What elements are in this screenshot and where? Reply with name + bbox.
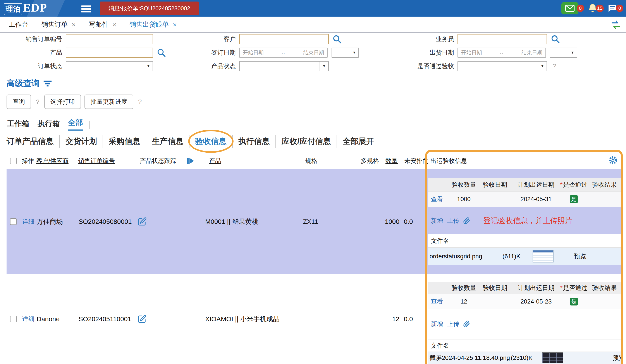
section-tab-expand-all[interactable]: 全部展开	[337, 135, 380, 148]
filter-order-status: 订单状态 ▼	[6, 61, 153, 72]
detail-link[interactable]: 详细	[22, 315, 35, 323]
section-tab-purchase-info[interactable]: 采购信息	[103, 135, 146, 148]
col-customer-supplier[interactable]: 客户/供应商	[36, 157, 69, 165]
sign-date-range[interactable]: 开始日期 .. 结束日期	[239, 48, 328, 58]
file-name-header: 文件名	[428, 234, 621, 248]
help-icon[interactable]: ?	[138, 98, 142, 105]
select-all-checkbox[interactable]	[10, 158, 17, 164]
salesman-input[interactable]	[458, 34, 547, 44]
ship-date-mode-select[interactable]: ▼	[550, 48, 577, 58]
date-end-placeholder: 结束日期	[521, 49, 542, 56]
preview-link[interactable]: 预览	[574, 252, 586, 260]
section-tab-execution-info[interactable]: 执行信息	[233, 135, 276, 148]
bell-badge: 15	[596, 4, 604, 12]
order-no-input[interactable]	[66, 34, 153, 44]
close-icon[interactable]: ×	[113, 21, 117, 28]
menu-icon[interactable]	[81, 4, 91, 14]
chevron-down-icon: ▼	[538, 62, 547, 71]
chevron-down-icon: ▼	[350, 48, 358, 57]
toolbar: 查询 ? 选择打印 批量更新进度 ?	[6, 94, 147, 109]
detail-link[interactable]: 详细	[22, 217, 35, 226]
tab-sales-order[interactable]: 销售订单 ×	[35, 17, 82, 33]
ship-date-range[interactable]: 开始日期 .. 结束日期	[458, 48, 546, 58]
search-icon[interactable]	[333, 35, 341, 43]
upload-link[interactable]: 上传	[447, 320, 459, 328]
edit-icon[interactable]	[138, 315, 147, 324]
sign-date-mode-select[interactable]: ▼	[332, 48, 359, 58]
gear-icon[interactable]	[609, 156, 617, 165]
paperclip-icon[interactable]	[463, 321, 470, 327]
file-row: orderstatusgrid.png (611)K 预览	[428, 248, 621, 265]
section-tab-label: 应收/应付信息	[281, 137, 331, 146]
view-tab-workbox[interactable]: 工作箱	[7, 119, 29, 131]
file-thumbnail[interactable]	[533, 250, 553, 262]
advanced-query-toggle[interactable]: 高级查询	[6, 78, 52, 89]
logo-cn-text: 理泊	[4, 3, 22, 15]
section-tab-label: 生产信息	[152, 137, 183, 146]
upload-link[interactable]: 上传	[447, 217, 459, 225]
paperclip-icon[interactable]	[463, 217, 470, 224]
chat-button[interactable]: 0	[607, 3, 623, 13]
help-icon[interactable]: ?	[553, 62, 556, 70]
file-name: 截屏2024-04-25 11.18.40.png	[430, 354, 510, 362]
col-shipping-acceptance: 出运验收信息	[430, 157, 467, 165]
col-spec: 规格	[305, 157, 317, 165]
file-size: (611)K	[503, 253, 520, 260]
view-link[interactable]: 查看	[428, 297, 443, 306]
add-link[interactable]: 新增	[431, 217, 443, 225]
tab-sales-shipment-tracking[interactable]: 销售出货跟单 ×	[123, 17, 183, 33]
pass-badge: 是	[570, 298, 578, 305]
batch-update-progress-button[interactable]: 批量更新进度	[84, 95, 133, 109]
file-size: (2310)K	[511, 354, 533, 361]
search-icon[interactable]	[157, 48, 166, 57]
table-header: 操作 客户/供应商 销售订单编号 产品状态跟踪 产品 规格 多规格 数量 未安排…	[0, 152, 626, 169]
query-button[interactable]: 查询	[6, 95, 31, 109]
section-tab-acceptance-info[interactable]: 验收信息	[190, 135, 233, 148]
help-icon[interactable]: ?	[36, 98, 39, 105]
tab-write-email[interactable]: 写邮件 ×	[82, 17, 123, 33]
close-icon[interactable]: ×	[72, 21, 76, 28]
row-checkbox[interactable]	[10, 218, 17, 225]
col-qty[interactable]: 数量	[386, 157, 398, 165]
row-checkbox[interactable]	[10, 316, 17, 322]
file-thumbnail[interactable]	[542, 352, 563, 363]
topbar: 理泊 EDP 消息:报价单:SQU202405230002 0 15 0	[0, 0, 626, 17]
customer-cell: 万佳商场	[37, 217, 63, 226]
product-input[interactable]	[66, 48, 153, 58]
preview-link[interactable]: 预览	[613, 354, 621, 362]
section-tab-production-info[interactable]: 生产信息	[146, 135, 190, 148]
filter-product: 产品	[6, 47, 166, 58]
acceptance-select[interactable]: ▼	[458, 61, 547, 71]
section-tab-order-product-info[interactable]: 订单产品信息	[6, 135, 60, 148]
add-link[interactable]: 新增	[431, 320, 443, 328]
col-product[interactable]: 产品	[209, 157, 221, 165]
col-multi-spec: 多规格	[361, 157, 379, 165]
search-icon[interactable]	[551, 35, 560, 43]
order-status-select[interactable]: ▼	[66, 61, 153, 71]
acc-plan-date: 2024-05-31	[512, 196, 560, 203]
acceptance-header-row: 验收数量 验收日期 计划出运日期 *是否通过 验收结果	[428, 178, 621, 192]
select-print-button[interactable]: 选择打印	[44, 95, 81, 109]
view-tab-all[interactable]: 全部	[68, 118, 83, 131]
notification-button[interactable]: 15	[587, 3, 604, 14]
col-sales-order-no[interactable]: 销售订单编号	[78, 157, 115, 165]
qty-cell: 12	[369, 315, 399, 323]
mail-button[interactable]: 0	[561, 2, 584, 14]
tab-workbench[interactable]: 工作台	[2, 17, 35, 33]
section-tab-receivable-payable[interactable]: 应收/应付信息	[276, 135, 337, 148]
topbar-icons: 0 15 0	[561, 2, 623, 14]
filter-label: 签订日期	[205, 48, 236, 57]
filter-order-no: 销售订单编号	[6, 34, 153, 44]
product-status-select[interactable]: ▼	[239, 61, 329, 71]
app-logo[interactable]: 理泊 EDP	[4, 1, 47, 15]
message-banner[interactable]: 消息:报价单:SQU202405230002	[100, 1, 199, 15]
refresh-icon[interactable]	[610, 19, 621, 30]
close-icon[interactable]: ×	[173, 21, 177, 28]
view-tab-executionbox[interactable]: 执行箱	[38, 119, 60, 131]
section-tab-delivery-plan[interactable]: 交货计划	[60, 135, 103, 148]
date-start-placeholder: 开始日期	[243, 49, 264, 56]
view-link[interactable]: 查看	[428, 195, 443, 203]
edit-icon[interactable]	[138, 217, 147, 226]
customer-input[interactable]	[239, 34, 329, 44]
step-forward-icon[interactable]	[186, 156, 195, 165]
